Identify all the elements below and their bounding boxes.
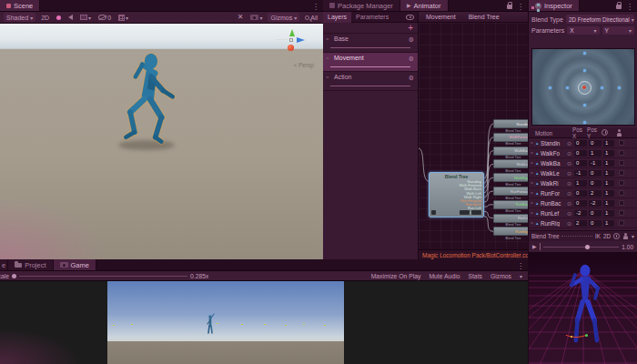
pos-y-field[interactable]: 1 [589, 150, 602, 157]
axis-x-line-icon[interactable] [276, 39, 288, 40]
blend-sample-dot[interactable] [549, 86, 551, 89]
kebab-icon[interactable]: ⋮ [312, 3, 319, 11]
blend-sample-dot[interactable] [583, 69, 586, 72]
blend-sample-dot[interactable] [583, 52, 586, 55]
object-picker-icon[interactable]: ⊙ [567, 190, 574, 197]
scale-slider[interactable]: Scale 0.285x [0, 273, 208, 279]
kebab-icon[interactable]: ⋮ [517, 262, 524, 270]
blend-sample-dot[interactable] [583, 104, 586, 106]
object-picker-icon[interactable]: ⊙ [567, 150, 574, 157]
layer-weight-bar[interactable] [330, 66, 410, 67]
game-viewport[interactable] [0, 281, 528, 364]
blend-sample-dot[interactable] [583, 121, 586, 124]
speed-field[interactable]: 1 [603, 140, 614, 147]
mirror-checkbox[interactable] [619, 160, 624, 166]
graph-child-node[interactable]: WalkForward [493, 133, 528, 142]
ik-toggle[interactable]: IK [595, 233, 601, 239]
axis-z-cone-icon[interactable] [297, 37, 305, 43]
graph-child-node[interactable]: RunLeft [493, 214, 528, 223]
pos-x-field[interactable]: 0 [574, 200, 587, 207]
speed-field[interactable]: 1 [603, 170, 614, 177]
object-picker-icon[interactable]: ⊙ [567, 200, 574, 207]
param-y-dropdown[interactable]: Y▾ [602, 26, 634, 35]
mirror-checkbox[interactable] [619, 150, 624, 156]
pos-x-field[interactable]: 2 [574, 220, 587, 227]
lighting-toggle-button[interactable] [55, 13, 63, 22]
param-x-dropdown[interactable]: X▾ [567, 26, 599, 35]
avatar-icon[interactable] [622, 233, 629, 240]
blend-sample-dot[interactable] [566, 86, 569, 89]
lock-icon[interactable] [616, 5, 622, 9]
mirror-checkbox[interactable] [619, 180, 624, 186]
graph-child-node[interactable]: WalkRight [493, 173, 528, 182]
subtab-layers[interactable]: Layers [323, 12, 351, 23]
speed-field[interactable]: 1 [603, 180, 614, 187]
blend-type-dropdown[interactable]: 2D Freeform Directional ▾ [566, 15, 634, 24]
gizmo-center-cube-icon[interactable] [289, 38, 293, 42]
gizmos-button[interactable]: Gizmos [490, 273, 511, 279]
layer-item[interactable]: =Action⚙ [323, 72, 418, 91]
play-icon[interactable]: ▶ [532, 244, 537, 249]
mirror-checkbox[interactable] [619, 220, 624, 226]
chevron-down-icon[interactable]: ▾ [632, 233, 634, 239]
grid-dropdown[interactable]: ▾ [116, 13, 130, 22]
breadcrumb-blend-tree[interactable]: Blend Tree [469, 14, 500, 20]
scale-slider-thumb[interactable] [12, 274, 16, 278]
speed-field[interactable]: 1 [603, 220, 614, 227]
node-param-x-field[interactable] [460, 210, 470, 215]
pos-y-field[interactable]: -1 [589, 160, 602, 167]
graph-child-node[interactable]: Standing [493, 119, 528, 128]
object-picker-icon[interactable]: ⊙ [567, 220, 574, 227]
playhead-marker[interactable] [540, 243, 541, 250]
speed-field[interactable]: 1 [603, 160, 614, 167]
kebab-icon[interactable]: ⋮ [626, 3, 633, 11]
layer-item[interactable]: =Base⚙ [323, 34, 418, 53]
search-input[interactable]: All [303, 13, 319, 22]
gizmos-dropdown[interactable]: Gizmos ▾ [268, 13, 299, 22]
camera-dropdown[interactable]: ▾ [248, 13, 264, 22]
pos-y-field[interactable]: -2 [589, 200, 602, 207]
hidden-objects-button[interactable]: 0 [96, 13, 113, 22]
eye-icon[interactable] [406, 15, 414, 20]
mirror-checkbox[interactable] [619, 140, 624, 146]
orientation-gizmo[interactable] [272, 29, 310, 60]
object-picker-icon[interactable]: ⊙ [567, 140, 574, 147]
axis-ball-icon[interactable] [288, 45, 294, 51]
gear-icon[interactable]: ⚙ [409, 56, 414, 63]
blend-sample-dot[interactable] [601, 86, 603, 89]
audio-toggle-button[interactable] [66, 13, 75, 22]
layer-weight-bar[interactable] [330, 47, 410, 48]
subtab-parameters[interactable]: Parameters [351, 12, 393, 23]
object-picker-icon[interactable]: ⊙ [567, 210, 574, 217]
perspective-label[interactable]: < Persp [293, 62, 314, 68]
graph-child-node[interactable]: RunRight [493, 227, 528, 236]
node-param-icon[interactable] [431, 210, 436, 215]
tab-package-manager[interactable]: Package Manager [323, 0, 400, 11]
mute-audio-button[interactable]: Mute Audio [429, 273, 460, 279]
pos-y-field[interactable]: 0 [589, 180, 602, 187]
pos-y-field[interactable]: 2 [589, 190, 602, 197]
preview-2d-toggle[interactable]: 2D [603, 233, 611, 239]
toggle-2d-button[interactable]: 2D [39, 13, 51, 22]
pos-x-field[interactable]: 1 [574, 180, 587, 187]
shading-mode-dropdown[interactable]: Shaded ▾ [4, 13, 35, 22]
preview-viewport[interactable] [529, 252, 637, 364]
stats-button[interactable]: Stats [468, 273, 482, 279]
tab-partial[interactable]: e [0, 259, 8, 270]
pos-x-field[interactable]: -1 [574, 170, 587, 177]
mirror-checkbox[interactable] [619, 190, 624, 196]
breadcrumb-movement[interactable]: Movement [426, 14, 456, 20]
mirror-checkbox[interactable] [619, 210, 624, 216]
tab-animator[interactable]: ▶ Animator [400, 0, 449, 11]
pos-y-field[interactable]: 0 [589, 220, 602, 227]
object-picker-icon[interactable]: ⊙ [567, 180, 574, 187]
kebab-icon[interactable]: ⋮ [517, 3, 524, 11]
tool-settings-button[interactable]: ✕ [236, 13, 246, 22]
pos-x-field[interactable]: 0 [574, 150, 587, 157]
graph-child-node[interactable]: WalkBack [493, 147, 528, 156]
speed-field[interactable]: 1 [603, 150, 614, 157]
scene-character[interactable] [111, 49, 189, 151]
layer-item[interactable]: =Movement⚙ [323, 53, 418, 72]
graph-child-node[interactable]: RunForward [493, 187, 528, 196]
tab-scene[interactable]: Scene [0, 0, 40, 11]
